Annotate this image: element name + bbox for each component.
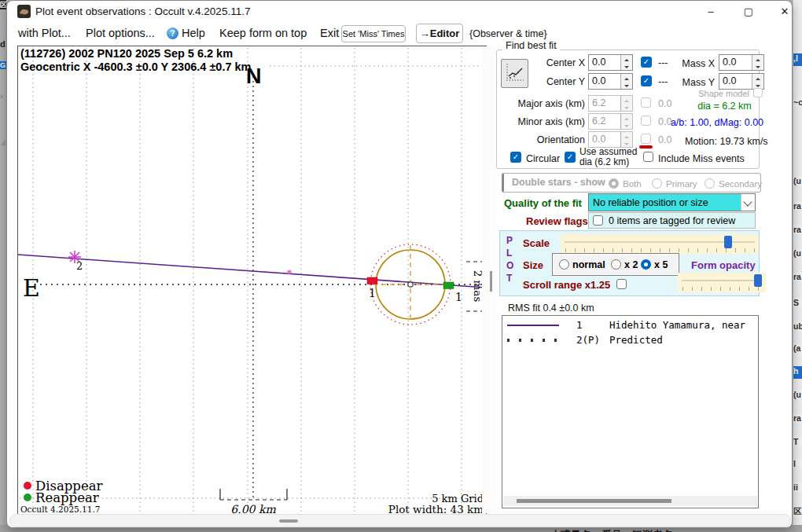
quality-of-fit-combobox[interactable]: No reliable position or size xyxy=(588,193,756,211)
plot-horizontal-scrollbar-thumb[interactable] xyxy=(279,519,298,523)
center-x-spinner[interactable] xyxy=(620,55,632,70)
menu-plot-options[interactable]: Plot options... xyxy=(86,27,155,39)
scroll-range-checkbox[interactable] xyxy=(616,279,627,289)
major-axis-label: Major axis (km) xyxy=(502,98,585,109)
background-right-fragment: ub xyxy=(793,321,802,331)
spinner-up-icon xyxy=(752,55,763,63)
spinner-up-icon xyxy=(621,96,632,104)
plot-canvas[interactable]: (112726) 2002 PN120 2025 Sep 5 6.2 km Ge… xyxy=(17,46,487,515)
close-button[interactable]: ✕ xyxy=(767,1,802,23)
reappear-marker[interactable] xyxy=(443,282,454,289)
star-point xyxy=(287,270,291,273)
mass-y-label: Mass Y xyxy=(679,77,715,88)
list-horizontal-scrollbar[interactable] xyxy=(503,496,757,506)
fit-chart-button[interactable] xyxy=(501,59,528,88)
spinner-down-icon xyxy=(621,82,632,90)
set-miss-times-button[interactable]: Set 'Miss' Times xyxy=(341,25,406,42)
major-axis-checkbox xyxy=(641,97,651,108)
shape-model-checkbox xyxy=(753,88,763,97)
mass-x-input[interactable]: 0.0 xyxy=(719,54,764,71)
window-title: Plot event observations : Occult v.4.202… xyxy=(35,6,250,17)
mass-x-spinner[interactable] xyxy=(752,55,763,70)
minor-axis-label: Minor axis (km) xyxy=(502,116,585,127)
circular-checkbox[interactable]: ✓ xyxy=(510,152,521,163)
review-flags-checkbox[interactable] xyxy=(593,215,603,226)
center-x-checkbox[interactable]: ✓ xyxy=(641,57,652,68)
disappear-marker-label: 1 xyxy=(369,287,376,299)
orientation-label: Orientation xyxy=(502,134,585,145)
red-divider xyxy=(639,145,653,149)
background-right-fragment: ii xyxy=(793,482,802,492)
mass-y-input[interactable]: 0.0 xyxy=(719,73,764,90)
scale-slider[interactable] xyxy=(561,234,759,254)
chart-icon xyxy=(505,62,525,83)
scale-bar-label: 6.00 km xyxy=(230,503,276,515)
reappear-legend-label: Reappear xyxy=(35,490,99,505)
background-left-fragment: › xyxy=(0,91,6,101)
mass-y-spinner[interactable] xyxy=(752,74,763,89)
minor-axis-spinner xyxy=(620,114,632,129)
use-assumed-checkbox[interactable]: ✓ xyxy=(565,152,576,163)
form-opacity-slider[interactable] xyxy=(678,273,766,292)
background-left-fragment: ◢ xyxy=(0,138,6,146)
size-x5-radio[interactable] xyxy=(641,259,651,270)
background-left-fragment: d xyxy=(0,39,6,49)
center-y-spinner[interactable] xyxy=(620,74,632,89)
center-y-checkbox[interactable]: ✓ xyxy=(641,75,652,86)
background-right-fragment: ~c xyxy=(793,97,802,107)
plot-controls-panel: P L O T Scale Size normal x 2 x 5 Form o… xyxy=(499,230,760,296)
menu-with-plot[interactable]: with Plot... xyxy=(18,27,71,39)
size-normal-radio[interactable] xyxy=(559,259,569,270)
spinner-down-icon xyxy=(621,63,632,71)
observer-name: Hidehito Yamamura, near xyxy=(609,319,745,331)
background-right-fragment: (u xyxy=(793,176,802,185)
slider-ticks xyxy=(565,248,756,252)
slider-ticks xyxy=(682,287,763,291)
maximize-button[interactable]: ▢ xyxy=(730,1,767,23)
background-bottom-text: 小惑星名・番号・観測者名 xyxy=(550,528,673,532)
spinner-up-icon xyxy=(752,74,763,82)
grid-lines xyxy=(20,48,485,513)
plot-vertical-scrollbar[interactable] xyxy=(482,46,496,513)
size-x2-radio[interactable] xyxy=(611,259,621,270)
background-right-fragment: T xyxy=(793,437,802,446)
double-stars-primary-label: Primary xyxy=(666,179,697,189)
list-item[interactable]: 1 Hidehito Yamamura, near xyxy=(502,319,758,331)
center-y-input[interactable]: 0.0 xyxy=(588,73,633,90)
rms-fit-label: RMS fit 0.4 ±0.0 km xyxy=(508,303,594,314)
predicted-line-swatch xyxy=(507,339,559,342)
spinner-up-icon xyxy=(621,132,632,140)
list-scrollbar-thumb[interactable] xyxy=(517,499,671,503)
orientation-spinner xyxy=(620,132,632,147)
minimize-button[interactable]: – xyxy=(693,1,729,23)
shape-model-label: Shape model xyxy=(685,89,749,98)
spinner-up-icon xyxy=(621,114,632,122)
plot-horizontal-scrollbar[interactable] xyxy=(9,514,791,527)
disappear-marker[interactable] xyxy=(367,277,377,284)
include-miss-checkbox[interactable] xyxy=(643,152,653,162)
menu-exit[interactable]: Exit xyxy=(320,27,339,39)
help-icon: ? xyxy=(167,28,178,39)
east-label: E xyxy=(23,274,40,302)
background-left-fragment: 区 xyxy=(0,0,6,9)
observation-id: 2(P) xyxy=(576,334,609,346)
plot-vertical-scrollbar-thumb[interactable] xyxy=(490,271,492,292)
menu-help[interactable]: Help xyxy=(182,27,205,39)
rms-fit-listbox[interactable]: 1 Hidehito Yamamura, near 2(P) Predicted xyxy=(502,315,759,508)
title-bar[interactable]: Plot event observations : Occult v.4.202… xyxy=(7,1,792,23)
background-right-fragment: ra xyxy=(793,201,802,211)
list-item[interactable]: 2(P) Predicted xyxy=(502,334,758,346)
occult-plot-window: Plot event observations : Occult v.4.202… xyxy=(6,0,793,528)
center-x-input[interactable]: 0.0 xyxy=(588,54,633,71)
minor-axis-input: 6.2 xyxy=(588,113,633,130)
mass-x-label: Mass X xyxy=(679,58,715,69)
review-flags-text: 0 items are tagged for review xyxy=(609,215,735,226)
fitted-center-marker xyxy=(408,282,413,287)
combobox-dropdown[interactable] xyxy=(741,194,755,211)
menu-keep-form-on-top[interactable]: Keep form on top xyxy=(219,27,307,39)
observer-time-label: {Observer & time} xyxy=(469,28,547,39)
editor-button[interactable]: →Editor xyxy=(416,24,463,43)
observer-name: Predicted xyxy=(609,334,663,346)
form-opacity-slider-thumb[interactable] xyxy=(754,274,762,287)
scale-slider-thumb[interactable] xyxy=(724,236,732,248)
